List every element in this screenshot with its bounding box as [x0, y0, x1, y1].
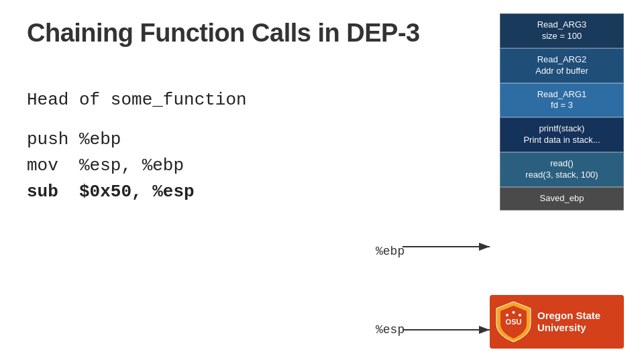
svg-point-5	[506, 314, 508, 316]
stack-diagram: Read_ARG3size = 100 Read_ARG2Addr of buf…	[500, 13, 624, 210]
osu-text: Oregon State University	[537, 310, 600, 334]
stack-block-saved-ebp: Saved_ebp	[500, 187, 624, 210]
svg-text:OSU: OSU	[506, 318, 522, 326]
head-line: Head of some_function	[27, 87, 247, 113]
stack-block-printf: printf(stack)Print data in stack...	[500, 117, 624, 152]
code-line-3: sub $0x50, %esp	[27, 179, 247, 205]
code-area: Head of some_function push %ebp mov %esp…	[27, 87, 247, 205]
svg-point-6	[519, 314, 521, 316]
page-title: Chaining Function Calls in DEP-3	[27, 19, 420, 48]
stack-block-read-arg3: Read_ARG3size = 100	[500, 13, 624, 48]
ebp-arrow	[402, 240, 503, 253]
code-line-2: mov %esp, %ebp	[27, 153, 247, 179]
osu-logo: OSU Oregon State University	[490, 295, 624, 349]
stack-block-read-arg2: Read_ARG2Addr of buffer	[500, 48, 624, 83]
ebp-label: %ebp	[376, 245, 405, 258]
esp-arrow	[402, 323, 503, 337]
osu-shield-icon: OSU	[495, 300, 532, 343]
stack-block-read-arg1: Read_ARG1fd = 3	[500, 83, 624, 118]
esp-label: %esp	[376, 323, 405, 337]
svg-point-7	[513, 311, 515, 314]
stack-block-read: read()read(3, stack, 100)	[500, 152, 624, 187]
code-line-1: push %ebp	[27, 127, 247, 153]
